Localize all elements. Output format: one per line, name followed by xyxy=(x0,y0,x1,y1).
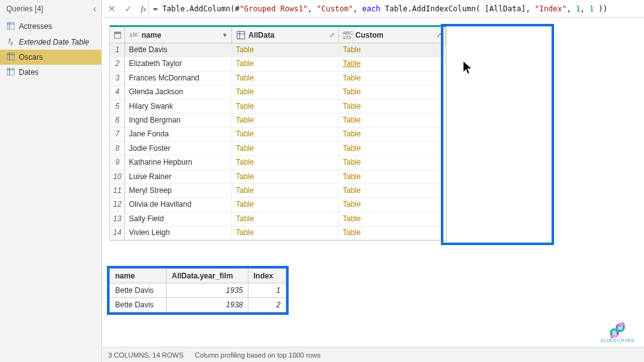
formula-seg: 1 xyxy=(575,4,580,13)
formula-seg: "Index" xyxy=(535,4,567,13)
preview-header[interactable]: Index xyxy=(248,269,286,283)
cell-name: Jodie Foster xyxy=(125,142,232,156)
table-row[interactable]: 11Meryl StreepTableTable xyxy=(110,184,446,198)
formula-text[interactable]: = Table.AddColumn(#"Grouped Rows1", "Cus… xyxy=(153,4,640,13)
row-index[interactable]: 13 xyxy=(110,212,125,226)
subscribe-watermark: 🧬 SUBSCRIBE xyxy=(601,324,635,343)
cell-custom[interactable]: Table xyxy=(339,226,446,240)
cell-custom[interactable]: Table xyxy=(339,114,446,128)
query-item[interactable]: Actresses xyxy=(0,19,101,34)
row-index[interactable]: 4 xyxy=(110,85,125,99)
cell-alldata[interactable]: Table xyxy=(232,57,339,71)
cell-custom[interactable]: Table xyxy=(339,212,446,226)
query-item[interactable]: Dates xyxy=(0,65,101,80)
cell-custom[interactable]: Table xyxy=(339,57,446,71)
expand-column-icon[interactable]: ⤢ xyxy=(330,31,335,38)
column-header-name[interactable]: ABC name ▼ xyxy=(125,27,232,43)
table-row[interactable]: 10Luise RainerTableTable xyxy=(110,170,446,184)
cell-custom[interactable]: Table xyxy=(339,85,446,99)
collapse-sidebar-icon[interactable]: ‹ xyxy=(93,4,96,14)
row-index[interactable]: 5 xyxy=(110,100,125,114)
app-root: Queries [4] ‹ ActressesfxExtended Date T… xyxy=(0,0,644,362)
preview-cell: 1938 xyxy=(167,298,248,312)
row-index[interactable]: 7 xyxy=(110,128,125,141)
preview-row[interactable]: Bette Davis19382 xyxy=(110,298,286,312)
cell-alldata[interactable]: Table xyxy=(232,212,339,226)
cell-alldata[interactable]: Table xyxy=(232,170,339,184)
cell-name: Glenda Jackson xyxy=(125,85,232,99)
cell-custom[interactable]: Table xyxy=(339,128,446,141)
cell-alldata[interactable]: Table xyxy=(232,128,339,141)
table-row[interactable]: 13Sally FieldTableTable xyxy=(110,212,446,226)
expand-column-icon[interactable]: ⤢ xyxy=(436,31,441,38)
row-index[interactable]: 11 xyxy=(110,184,125,198)
cell-alldata[interactable]: Table xyxy=(232,100,339,114)
cell-custom[interactable]: Table xyxy=(339,170,446,184)
cell-alldata[interactable]: Table xyxy=(232,85,339,99)
cell-name: Jane Fonda xyxy=(125,128,232,141)
cell-alldata[interactable]: Table xyxy=(232,43,339,57)
query-item[interactable]: fxExtended Date Table xyxy=(0,34,101,50)
column-header-alldata[interactable]: AllData ⤢ xyxy=(232,27,339,43)
table-row[interactable]: 7Jane FondaTableTable xyxy=(110,128,446,141)
cell-alldata[interactable]: Table xyxy=(232,226,339,240)
cell-alldata[interactable]: Table xyxy=(232,184,339,198)
preview-header[interactable]: name xyxy=(110,269,167,283)
cell-custom[interactable]: Table xyxy=(339,43,446,57)
cell-alldata[interactable]: Table xyxy=(232,72,339,85)
cell-alldata[interactable]: Table xyxy=(232,198,339,212)
cell-name: Katharine Hepburn xyxy=(125,156,232,170)
row-index[interactable]: 3 xyxy=(110,72,125,85)
row-index[interactable]: 14 xyxy=(110,226,125,240)
cell-custom[interactable]: Table xyxy=(339,156,446,170)
formula-seg: = Table.AddColumn(# xyxy=(153,4,239,13)
formula-seg: , xyxy=(580,4,589,13)
row-index[interactable]: 12 xyxy=(110,198,125,212)
row-index[interactable]: 10 xyxy=(110,170,125,184)
cell-custom[interactable]: Table xyxy=(339,72,446,85)
cell-custom[interactable]: Table xyxy=(339,142,446,156)
preview-table: name AllData.year_film Index Bette Davis… xyxy=(109,268,286,312)
row-index[interactable]: 2 xyxy=(110,57,125,71)
column-header-custom[interactable]: ABC123 Custom ⤢ xyxy=(339,27,446,43)
filter-dropdown-icon[interactable]: ▼ xyxy=(222,32,228,38)
preview-cell: 1935 xyxy=(167,283,248,298)
cancel-formula-icon[interactable]: ✕ xyxy=(106,3,118,15)
table-row[interactable]: 4Glenda JacksonTableTable xyxy=(110,85,446,99)
query-list: ActressesfxExtended Date TableOscarsDate… xyxy=(0,18,101,81)
cell-name: Ingrid Bergman xyxy=(125,114,232,128)
row-index[interactable]: 1 xyxy=(110,43,125,57)
table-row[interactable]: 12Olivia de HavillandTableTable xyxy=(110,198,446,212)
table-icon xyxy=(6,53,15,62)
row-index[interactable]: 9 xyxy=(110,156,125,170)
table-row[interactable]: 1Bette DavisTableTable xyxy=(110,43,446,57)
table-row[interactable]: 6Ingrid BergmanTableTable xyxy=(110,114,446,128)
row-index[interactable]: 6 xyxy=(110,114,125,128)
query-item[interactable]: Oscars xyxy=(0,50,101,65)
preview-row[interactable]: Bette Davis19351 xyxy=(110,283,286,298)
preview-header[interactable]: AllData.year_film xyxy=(167,269,248,283)
table-row[interactable]: 5Hilary SwankTableTable xyxy=(110,100,446,114)
table-row[interactable]: 8Jodie FosterTableTable xyxy=(110,142,446,156)
cell-custom[interactable]: Table xyxy=(339,100,446,114)
cell-custom[interactable]: Table xyxy=(339,184,446,198)
queries-sidebar: Queries [4] ‹ ActressesfxExtended Date T… xyxy=(0,0,102,362)
table-row[interactable]: 2Elizabeth TaylorTableTable xyxy=(110,57,446,71)
table-icon xyxy=(6,22,15,31)
cell-alldata[interactable]: Table xyxy=(232,156,339,170)
select-all-corner[interactable] xyxy=(110,27,125,43)
fx-icon[interactable]: fx xyxy=(138,0,149,17)
table-row[interactable]: 14Vivien LeighTableTable xyxy=(110,226,446,240)
preview-cell: Bette Davis xyxy=(110,298,167,312)
cell-custom[interactable]: Table xyxy=(339,198,446,212)
cell-alldata[interactable]: Table xyxy=(232,114,339,128)
cell-name: Elizabeth Taylor xyxy=(125,57,232,71)
data-grid: ABC name ▼ AllData ⤢ ABC123 Custom xyxy=(109,25,447,241)
cell-alldata[interactable]: Table xyxy=(232,142,339,156)
table-row[interactable]: 3Frances McDormandTableTable xyxy=(110,72,446,85)
preview-highlight: name AllData.year_film Index Bette Davis… xyxy=(107,266,289,315)
formula-seg: "Custom" xyxy=(317,4,353,13)
row-index[interactable]: 8 xyxy=(110,142,125,156)
table-row[interactable]: 9Katharine HepburnTableTable xyxy=(110,156,446,170)
accept-formula-icon[interactable]: ✓ xyxy=(122,3,135,15)
